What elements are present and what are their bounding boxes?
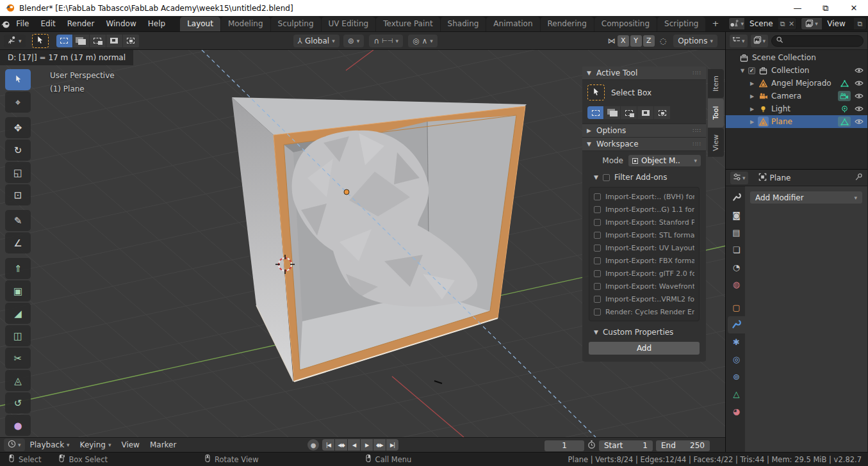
properties-editor-type-button[interactable]: ▾ bbox=[730, 172, 748, 184]
menu-render[interactable]: Render bbox=[61, 16, 101, 31]
jump-start-button[interactable]: |◀ bbox=[322, 439, 334, 451]
properties-tab-view-layer[interactable]: ❏ bbox=[728, 241, 745, 259]
timeline-menu[interactable]: Keying▾ bbox=[75, 440, 117, 449]
mirror-axis-z-button[interactable]: Z bbox=[643, 35, 655, 47]
tool-bevel-button[interactable]: ◢ bbox=[5, 303, 31, 324]
properties-tab-particles[interactable]: ✱ bbox=[728, 333, 745, 351]
addon-checkbox[interactable] bbox=[594, 245, 601, 252]
timeline-menu-keying[interactable]: Keying bbox=[80, 440, 106, 449]
menu-help[interactable]: Help bbox=[142, 16, 171, 31]
select-mode-subtract-button[interactable] bbox=[621, 106, 637, 119]
select-mode-intersect-button[interactable] bbox=[654, 106, 670, 119]
next-keyframe-button[interactable]: ◆▶ bbox=[373, 439, 386, 451]
tool-loop-cut-button[interactable]: ◫ bbox=[5, 325, 31, 346]
sidebar-tab-view[interactable]: View bbox=[708, 128, 724, 157]
start-frame-field[interactable]: Start 1 bbox=[599, 440, 653, 451]
jump-end-button[interactable]: ▶| bbox=[386, 439, 398, 451]
tool-annotate-button[interactable]: ✎ bbox=[5, 210, 31, 231]
outliner-item-label[interactable]: Camera bbox=[771, 92, 801, 100]
properties-tab-constraints[interactable]: ⊚ bbox=[728, 368, 745, 385]
tool-cursor-button[interactable]: ⌖ bbox=[5, 92, 31, 113]
panel-drag-handle[interactable]: ∷∷ bbox=[693, 70, 701, 76]
timeline-menu-view[interactable]: View bbox=[121, 440, 139, 449]
visibility-eye-icon[interactable] bbox=[853, 79, 865, 87]
outliner-display-mode-button[interactable]: ▾ bbox=[751, 35, 769, 47]
properties-tab-modifiers[interactable] bbox=[728, 316, 745, 333]
new-view-layer-icon[interactable]: ⧉ bbox=[854, 20, 866, 28]
workspace-tab-animation[interactable]: Animation bbox=[486, 17, 539, 31]
new-scene-icon[interactable]: ⧉ bbox=[778, 20, 787, 28]
timeline-menu-marker[interactable]: Marker bbox=[150, 440, 176, 449]
disclosure-icon[interactable]: ▼ bbox=[739, 68, 746, 74]
mode-dropdown[interactable]: Object M.. ▾ bbox=[628, 155, 701, 166]
timeline-editor-type-button[interactable]: ▾ bbox=[4, 438, 25, 451]
editor-type-button[interactable]: ▾ bbox=[4, 35, 26, 47]
sidebar-tab-item[interactable]: Item bbox=[708, 69, 724, 98]
select-mode-extend-button[interactable] bbox=[604, 106, 620, 119]
outliner-row-camera[interactable]: ▶Camera bbox=[726, 90, 867, 102]
disclosure-icon[interactable]: ▶ bbox=[749, 81, 755, 86]
visibility-eye-icon[interactable] bbox=[853, 118, 865, 125]
outliner-search[interactable] bbox=[771, 35, 864, 47]
minimize-button[interactable]: — bbox=[783, 0, 812, 16]
3d-viewport[interactable]: D: [17|] = 17 m (17 m) normal User Persp… bbox=[0, 50, 725, 437]
snap-magnet-icon[interactable]: ∩ bbox=[373, 36, 379, 45]
workspace-panel-header[interactable]: ▼ Workspace ∷∷ bbox=[582, 138, 706, 151]
transform-orientation-dropdown[interactable]: ⅄ Global ▾ bbox=[293, 35, 340, 47]
addon-checkbox[interactable] bbox=[594, 257, 601, 264]
outliner-row-light[interactable]: ▶Light bbox=[726, 102, 867, 115]
tool-scale-button[interactable]: ◱ bbox=[5, 162, 31, 183]
addon-checkbox[interactable] bbox=[594, 309, 601, 316]
scene-name[interactable]: Scene bbox=[744, 18, 778, 29]
menu-file[interactable]: File bbox=[10, 16, 35, 31]
properties-tab-tool[interactable] bbox=[728, 189, 745, 207]
view-layer-name[interactable]: View Layer bbox=[822, 18, 853, 29]
timeline-menu[interactable]: Playback▾ bbox=[25, 440, 75, 449]
outliner-item-label[interactable]: Light bbox=[771, 104, 790, 113]
outliner-item-label[interactable]: Scene Collection bbox=[752, 53, 816, 62]
addon-checkbox[interactable] bbox=[594, 283, 601, 290]
sidebar-tab-tool[interactable]: Tool bbox=[708, 99, 724, 127]
play-button[interactable]: ▶ bbox=[361, 439, 373, 451]
visibility-eye-icon[interactable] bbox=[853, 92, 865, 100]
workspace-tab-scripting[interactable]: Scripting bbox=[657, 17, 705, 31]
prev-frame-button[interactable]: ◀ bbox=[348, 439, 360, 451]
options-panel-header[interactable]: ▶ Options ∷∷ bbox=[582, 124, 706, 138]
addon-checkbox[interactable] bbox=[594, 232, 601, 239]
pivot-point-dropdown[interactable]: ⊚▾ bbox=[343, 35, 364, 47]
workspace-tab-layout[interactable]: Layout bbox=[180, 17, 220, 31]
add-modifier-dropdown[interactable]: Add Modifier ▾ bbox=[750, 191, 862, 204]
workspace-tab-modeling[interactable]: Modeling bbox=[221, 17, 270, 31]
tool-spin-button[interactable]: ↺ bbox=[5, 392, 31, 414]
properties-tab-physics[interactable]: ◎ bbox=[728, 351, 745, 368]
visibility-eye-icon[interactable] bbox=[853, 67, 865, 74]
record-button[interactable]: ● bbox=[307, 439, 319, 451]
properties-tab-render[interactable]: ◙ bbox=[728, 207, 745, 224]
pin-icon[interactable] bbox=[855, 173, 863, 183]
add-custom-property-button[interactable]: Add bbox=[589, 342, 700, 355]
workspace-tab-shading[interactable]: Shading bbox=[441, 17, 486, 31]
collection-checkbox[interactable]: ✓ bbox=[748, 67, 755, 74]
blender-menu-icon[interactable] bbox=[0, 19, 10, 29]
view-layer-selector[interactable]: ▾ View Layer ⧉ bbox=[801, 17, 867, 30]
outliner-item-label[interactable]: Collection bbox=[771, 66, 809, 75]
tool-transform-button[interactable]: ⊡ bbox=[5, 184, 31, 205]
select-mode-invert-button[interactable] bbox=[106, 35, 122, 47]
outliner-item-label[interactable]: Plane bbox=[771, 117, 792, 126]
tool-measure-button[interactable]: ∠ bbox=[5, 232, 31, 253]
addon-checkbox[interactable] bbox=[594, 193, 601, 200]
outliner-search-input[interactable] bbox=[786, 36, 831, 45]
disclosure-icon[interactable]: ▶ bbox=[749, 119, 755, 125]
panel-drag-handle[interactable]: ∷∷ bbox=[693, 127, 701, 134]
outliner-row-collection[interactable]: ▼✓Collection bbox=[726, 64, 867, 77]
active-tool-button[interactable] bbox=[32, 34, 49, 48]
scene-selector[interactable]: ▾ Scene ⧉ ✕ bbox=[728, 17, 796, 30]
disclosure-icon[interactable]: ▶ bbox=[749, 106, 755, 112]
workspace-tab-uv-editing[interactable]: UV Editing bbox=[322, 17, 376, 31]
mirror-axis-y-button[interactable]: Y bbox=[630, 35, 642, 47]
menu-window[interactable]: Window bbox=[100, 16, 142, 31]
workspace-tab-compositing[interactable]: Compositing bbox=[594, 17, 657, 31]
properties-tab-material[interactable]: ◕ bbox=[728, 403, 745, 420]
custom-properties-expand-icon[interactable]: ▼ bbox=[594, 329, 598, 335]
addon-checkbox[interactable] bbox=[594, 296, 601, 303]
